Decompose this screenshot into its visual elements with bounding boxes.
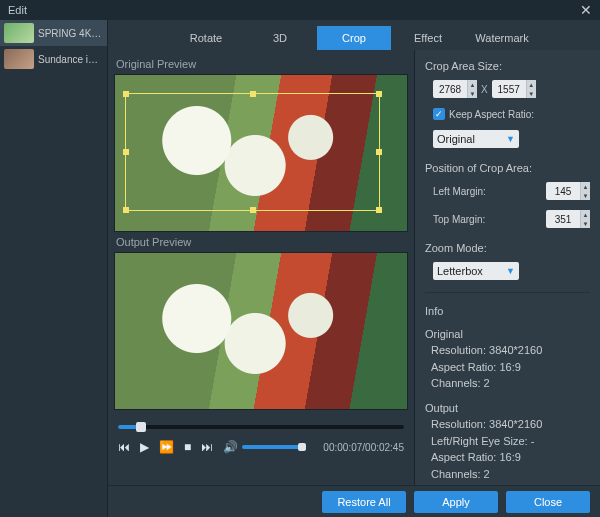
left-margin-row: Left Margin: ▲▼ [425,182,590,200]
chevron-down-icon: ▼ [506,134,515,144]
crop-width-stepper[interactable]: ▲▼ [433,80,477,98]
aspect-select[interactable]: Original ▼ [433,130,519,148]
top-margin-row: Top Margin: ▲▼ [425,210,590,228]
left-margin-stepper[interactable]: ▲▼ [546,182,590,200]
crop-handle-tl[interactable] [123,91,129,97]
volume-knob[interactable] [298,443,306,451]
tab-rotate[interactable]: Rotate [169,26,243,50]
restore-all-button[interactable]: Restore All [322,491,406,513]
crop-height-stepper[interactable]: ▲▼ [492,80,536,98]
window-title: Edit [8,4,27,16]
top-margin-input[interactable] [546,214,580,225]
sidebar: SPRING 4K U... Sundance in 4... [0,20,108,517]
size-separator: X [481,84,488,95]
tab-crop[interactable]: Crop [317,26,391,50]
info-row: Resolution: 3840*2160 [425,342,590,359]
seek-bar-row [114,414,408,440]
titlebar: Edit ✕ [0,0,600,20]
step-down-icon[interactable]: ▼ [580,219,590,228]
crop-handle-bl[interactable] [123,207,129,213]
volume-icon[interactable]: 🔊 [223,440,238,454]
info-row: Aspect Ratio: 16:9 [425,449,590,466]
body: SPRING 4K U... Sundance in 4... Rotate 3… [0,20,600,517]
play-icon[interactable]: ▶ [140,440,149,454]
crop-handle-ml[interactable] [123,149,129,155]
sidebar-item-sundance[interactable]: Sundance in 4... [0,46,107,72]
top-margin-label: Top Margin: [433,214,485,225]
crop-box[interactable] [125,93,380,211]
preview-column: Original Preview [108,50,414,485]
original-preview-label: Original Preview [114,54,408,74]
step-down-icon[interactable]: ▼ [526,89,536,98]
divider [425,292,590,293]
crop-handle-tr[interactable] [376,91,382,97]
keep-aspect-row: ✓ Keep Aspect Ratio: [425,108,590,120]
left-margin-input[interactable] [546,186,580,197]
original-heading: Original [425,326,590,343]
keep-aspect-label: Keep Aspect Ratio: [449,109,534,120]
keep-aspect-checkbox[interactable]: ✓ [433,108,445,120]
seek-knob[interactable] [136,422,146,432]
output-preview-label: Output Preview [114,232,408,252]
aspect-select-row: Original ▼ [425,130,590,148]
tabs: Rotate 3D Crop Effect Watermark [108,20,600,50]
crop-handle-tc[interactable] [250,91,256,97]
step-down-icon[interactable]: ▼ [467,89,477,98]
crop-handle-bc[interactable] [250,207,256,213]
crop-handle-mr[interactable] [376,149,382,155]
info-label: Info [425,303,590,320]
tab-3d[interactable]: 3D [243,26,317,50]
position-label: Position of Crop Area: [425,162,590,174]
content: Original Preview [108,50,600,485]
sidebar-item-spring[interactable]: SPRING 4K U... [0,20,107,46]
bottom-bar: Restore All Apply Close [108,485,600,517]
next-icon[interactable]: ⏭ [201,440,213,454]
settings-panel: Crop Area Size: ▲▼ X ▲▼ ✓ [414,50,600,485]
original-preview[interactable] [114,74,408,232]
crop-size-row: ▲▼ X ▲▼ [425,80,590,98]
info-row: Aspect Ratio: 16:9 [425,359,590,376]
output-heading: Output [425,400,590,417]
sidebar-item-label: Sundance in 4... [38,54,103,65]
tab-watermark[interactable]: Watermark [465,26,539,50]
seek-bar[interactable] [118,425,404,429]
tab-effect[interactable]: Effect [391,26,465,50]
main: Rotate 3D Crop Effect Watermark Original… [108,20,600,517]
crop-handle-br[interactable] [376,207,382,213]
left-margin-label: Left Margin: [433,186,486,197]
fastfwd-icon[interactable]: ⏩ [159,440,174,454]
info-row: Channels: 2 [425,375,590,392]
step-up-icon[interactable]: ▲ [526,80,536,89]
zoom-mode-row: Letterbox ▼ [425,262,590,280]
volume-bar[interactable] [242,445,302,449]
chevron-down-icon: ▼ [506,266,515,276]
close-button[interactable]: Close [506,491,590,513]
step-up-icon[interactable]: ▲ [467,80,477,89]
crop-width-input[interactable] [433,84,467,95]
info-row: Left/Right Eye Size: - [425,433,590,450]
output-preview [114,252,408,410]
step-up-icon[interactable]: ▲ [580,210,590,219]
step-up-icon[interactable]: ▲ [580,182,590,191]
close-icon[interactable]: ✕ [580,2,592,18]
time-display: 00:00:07/00:02:45 [323,442,404,453]
volume: 🔊 [223,440,302,454]
aspect-select-value: Original [437,133,475,145]
info-section: Info Original Resolution: 3840*2160 Aspe… [425,303,590,482]
stop-icon[interactable]: ■ [184,440,191,454]
thumbnail-icon [4,23,34,43]
crop-height-input[interactable] [492,84,526,95]
info-row: Resolution: 3840*2160 [425,416,590,433]
apply-button[interactable]: Apply [414,491,498,513]
top-margin-stepper[interactable]: ▲▼ [546,210,590,228]
prev-icon[interactable]: ⏮ [118,440,130,454]
crop-area-size-label: Crop Area Size: [425,60,590,72]
preview-image [115,253,407,409]
player-controls: ⏮ ▶ ⏩ ■ ⏭ 🔊 00:00:07/00:02:45 [114,440,408,458]
zoom-mode-select[interactable]: Letterbox ▼ [433,262,519,280]
edit-window: Edit ✕ SPRING 4K U... Sundance in 4... R… [0,0,600,517]
step-down-icon[interactable]: ▼ [580,191,590,200]
sidebar-item-label: SPRING 4K U... [38,28,103,39]
thumbnail-icon [4,49,34,69]
zoom-mode-label: Zoom Mode: [425,242,590,254]
